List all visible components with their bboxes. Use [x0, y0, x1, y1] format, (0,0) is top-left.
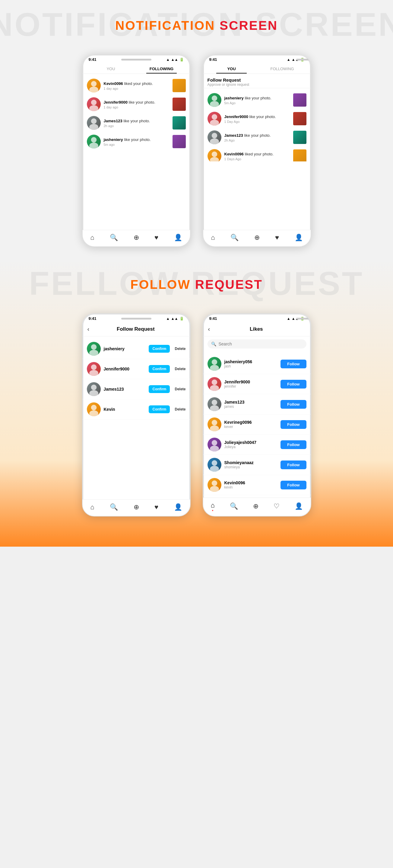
- search-icon-3[interactable]: 🔍: [110, 503, 118, 511]
- svg-point-11: [210, 120, 219, 126]
- home-icon-3[interactable]: ⌂: [90, 503, 94, 511]
- tab-following-2[interactable]: FOLLOWING: [257, 63, 308, 73]
- time-4: 9:41: [209, 316, 217, 321]
- home-nav-4[interactable]: ⌂: [211, 501, 215, 511]
- heart-icon-1[interactable]: ♥: [155, 234, 158, 242]
- follow-btn-5[interactable]: Follow: [281, 440, 306, 449]
- notif-text-jash-1: jasheniery like your photo. 5m ago: [104, 137, 169, 146]
- avatar-likes-james: [207, 397, 221, 411]
- follow-request-section: FELLOW REQUEST FOLLOW REQUEST 9:41 ▲ ▲▲ …: [0, 259, 393, 547]
- svg-point-41: [210, 486, 219, 492]
- svg-point-15: [210, 157, 219, 161]
- follow-btn-6[interactable]: Follow: [281, 461, 306, 469]
- avatar-fr-jash: [87, 342, 101, 356]
- search-icon-2[interactable]: 🔍: [230, 234, 238, 242]
- add-icon-4[interactable]: ⊕: [253, 502, 258, 510]
- search-icon-4[interactable]: 🔍: [230, 502, 238, 510]
- delete-btn-2[interactable]: Delete: [175, 367, 186, 371]
- wifi-icon-3: ▲: [166, 316, 170, 321]
- likes-handle-1: jash: [224, 364, 278, 368]
- confirm-btn-3[interactable]: Confirm: [149, 385, 170, 393]
- svg-point-28: [212, 359, 217, 365]
- add-icon-1[interactable]: ⊕: [134, 234, 139, 242]
- delete-btn-1[interactable]: Delete: [175, 347, 186, 351]
- confirm-btn-4[interactable]: Confirm: [149, 405, 170, 413]
- svg-point-8: [212, 95, 217, 101]
- phone-following: 9:41 ▲ ▲▲ 🔋 YOU FOLLOWING: [82, 54, 191, 247]
- likes-item-6: Shomieyanaaz shomieya Follow: [203, 455, 311, 475]
- home-icon-1[interactable]: ⌂: [90, 234, 94, 242]
- profile-icon-3[interactable]: 👤: [174, 503, 182, 511]
- avatar-likes-jash: [207, 357, 221, 371]
- likes-handle-5: Jolieya: [224, 445, 278, 449]
- confirm-btn-1[interactable]: Confirm: [149, 345, 170, 353]
- page-header-3: ‹ Follow Request: [83, 322, 190, 336]
- time-2: 9:41: [209, 57, 217, 62]
- likes-item-5: Jolieyajesh0047 Jolieya Follow: [203, 435, 311, 455]
- fr-name-2: Jennifer9000: [104, 367, 146, 371]
- follow-btn-4[interactable]: Follow: [281, 420, 306, 429]
- profile-icon-1[interactable]: 👤: [174, 234, 182, 242]
- search-icon-1[interactable]: 🔍: [110, 234, 118, 242]
- follow-btn-7[interactable]: Follow: [281, 481, 306, 489]
- follow-title-red: REQUEST: [191, 277, 263, 291]
- svg-point-38: [212, 460, 217, 466]
- search-input-4[interactable]: [219, 342, 303, 346]
- notif-text-jennifer-1: Jennifer9000 like your photo. 1 day ago: [104, 99, 169, 109]
- fr-item-1: jasheniery Confirm Delete: [83, 339, 190, 359]
- profile-icon-4[interactable]: 👤: [295, 502, 303, 510]
- svg-point-0: [91, 81, 96, 87]
- svg-point-12: [212, 133, 217, 138]
- thumb-kevin-2: [293, 149, 306, 161]
- notif-item-3: James123 like your photo. 2h ago: [83, 114, 190, 132]
- delete-btn-3[interactable]: Delete: [175, 387, 186, 391]
- back-button-4[interactable]: ‹: [208, 326, 210, 333]
- follow-btn-3[interactable]: Follow: [281, 400, 306, 409]
- follow-btn-1[interactable]: Follow: [281, 360, 306, 368]
- tab-you-1[interactable]: YOU: [86, 63, 136, 73]
- tab-you-2[interactable]: YOU: [206, 63, 257, 73]
- delete-btn-4[interactable]: Delete: [175, 407, 186, 411]
- status-icons-3: ▲ ▲▲ 🔋: [166, 316, 184, 321]
- search-bar-icon-4: 🔍: [211, 342, 216, 346]
- thumb-kevin: [172, 79, 186, 92]
- heart-icon-4[interactable]: ♡: [274, 502, 280, 510]
- home-icon-2[interactable]: ⌂: [211, 234, 215, 242]
- likes-name-4: Kevrineg0096: [224, 420, 278, 425]
- heart-icon-2[interactable]: ♥: [275, 234, 279, 242]
- likes-handle-3: james: [224, 404, 278, 409]
- notch-2: [296, 59, 311, 61]
- status-icons-1: ▲ ▲▲ 🔋: [166, 58, 184, 62]
- thumb-jash-2: [293, 93, 306, 106]
- page-title-3: Follow Request: [92, 326, 179, 332]
- svg-point-40: [212, 480, 217, 486]
- likes-handle-6: shomieya: [224, 465, 278, 469]
- avatar-likes-jennifer: [207, 377, 221, 391]
- svg-point-33: [210, 405, 219, 411]
- page-header-4: ‹ Likes: [203, 322, 311, 336]
- add-icon-3[interactable]: ⊕: [134, 503, 139, 511]
- add-icon-2[interactable]: ⊕: [254, 234, 260, 242]
- likes-name-2: Jennifer9000: [224, 379, 278, 384]
- notification-title-red: SCREEN: [215, 19, 278, 33]
- battery-icon-3: 🔋: [179, 316, 184, 321]
- likes-handle-2: jennifer: [224, 384, 278, 389]
- notification-title-orange: NOTIFICATION: [115, 19, 215, 33]
- likes-name-5: Jolieyajesh0047: [224, 440, 278, 445]
- notch-3: [121, 318, 151, 319]
- search-bar-4[interactable]: 🔍: [207, 339, 306, 348]
- profile-icon-2[interactable]: 👤: [295, 234, 303, 242]
- back-button-3[interactable]: ‹: [87, 326, 90, 333]
- notif-p2-2: Jennifer9000 like your photo. 1 Day Ago: [203, 109, 311, 128]
- likes-handle-4: kever: [224, 425, 278, 429]
- fr-name-1: jasheniery: [104, 346, 146, 351]
- confirm-btn-2[interactable]: Confirm: [149, 365, 170, 373]
- spacer-3: [83, 421, 190, 500]
- svg-point-3: [89, 105, 98, 111]
- follow-btn-2[interactable]: Follow: [281, 380, 306, 389]
- tab-following-1[interactable]: FOLLOWING: [136, 63, 187, 73]
- heart-icon-3[interactable]: ♥: [155, 503, 158, 511]
- notif-text-james-2: James123 like your photo. 2h Ago: [224, 132, 290, 142]
- svg-point-20: [91, 384, 96, 390]
- tab-bar-1: YOU FOLLOWING: [83, 63, 190, 74]
